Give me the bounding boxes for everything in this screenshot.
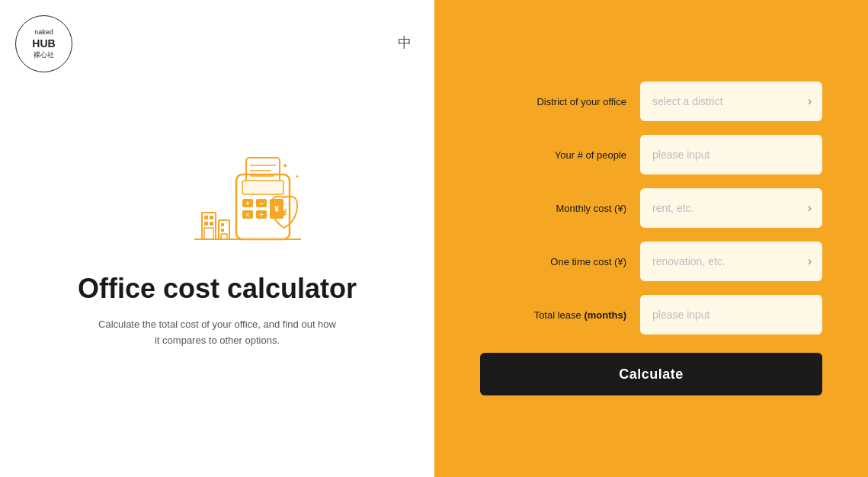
total-lease-row: Total lease (months) bbox=[480, 295, 822, 335]
total-lease-input[interactable] bbox=[640, 295, 822, 335]
one-time-cost-label: One time cost (¥) bbox=[480, 256, 640, 267]
logo-naked: naked bbox=[34, 28, 53, 37]
svg-rect-6 bbox=[204, 228, 213, 239]
svg-rect-2 bbox=[204, 216, 208, 219]
svg-text:✦: ✦ bbox=[282, 162, 288, 170]
lang-toggle-button[interactable]: 中 bbox=[398, 34, 412, 52]
district-input-wrap: › bbox=[640, 82, 822, 121]
total-lease-label: Total lease (months) bbox=[480, 309, 640, 321]
district-label: District of your office bbox=[480, 96, 640, 107]
monthly-cost-input[interactable] bbox=[640, 188, 822, 228]
total-lease-label-bold: (months) bbox=[584, 309, 626, 321]
right-panel: District of your office › Your # of peop… bbox=[434, 0, 868, 477]
people-input-wrap bbox=[640, 135, 822, 174]
illustration-svg: + − × ÷ ¥ ¥ ✦ ✦ bbox=[133, 129, 301, 251]
svg-rect-8 bbox=[221, 223, 224, 226]
one-time-cost-input-wrap: › bbox=[640, 242, 822, 281]
one-time-cost-input[interactable] bbox=[640, 242, 822, 281]
svg-text:÷: ÷ bbox=[260, 211, 264, 219]
one-time-cost-row: One time cost (¥) › bbox=[480, 242, 822, 281]
svg-text:×: × bbox=[245, 211, 249, 219]
left-panel: naked HUB 裸心社 中 bbox=[0, 0, 434, 477]
total-lease-input-wrap bbox=[640, 295, 822, 335]
logo-hub: HUB bbox=[32, 37, 55, 50]
district-row: District of your office › bbox=[480, 82, 822, 121]
page-subtitle: Calculate the total cost of your office,… bbox=[95, 317, 339, 349]
svg-rect-16 bbox=[242, 181, 283, 194]
district-input[interactable] bbox=[640, 82, 822, 121]
svg-rect-5 bbox=[210, 222, 213, 226]
monthly-cost-input-wrap: › bbox=[640, 188, 822, 228]
page-title: Office cost calculator bbox=[78, 272, 357, 305]
illustration: + − × ÷ ¥ ¥ ✦ ✦ bbox=[133, 129, 301, 254]
svg-rect-9 bbox=[221, 229, 224, 232]
monthly-cost-row: Monthly cost (¥) › bbox=[480, 188, 822, 228]
svg-text:+: + bbox=[245, 200, 249, 207]
logo: naked HUB 裸心社 bbox=[15, 15, 72, 72]
total-lease-label-main: Total lease bbox=[534, 309, 585, 321]
svg-text:✦: ✦ bbox=[295, 174, 299, 179]
svg-rect-4 bbox=[204, 222, 208, 226]
logo-chinese: 裸心社 bbox=[34, 51, 54, 60]
people-row: Your # of people bbox=[480, 135, 822, 174]
svg-rect-10 bbox=[221, 234, 227, 239]
svg-text:¥: ¥ bbox=[281, 206, 287, 218]
monthly-cost-label: Monthly cost (¥) bbox=[480, 203, 640, 214]
people-label: Your # of people bbox=[480, 149, 640, 161]
svg-text:¥: ¥ bbox=[274, 204, 280, 213]
calculate-button[interactable]: Calculate bbox=[480, 353, 822, 395]
people-input[interactable] bbox=[640, 135, 822, 174]
svg-rect-3 bbox=[210, 216, 213, 219]
svg-text:−: − bbox=[259, 200, 263, 207]
